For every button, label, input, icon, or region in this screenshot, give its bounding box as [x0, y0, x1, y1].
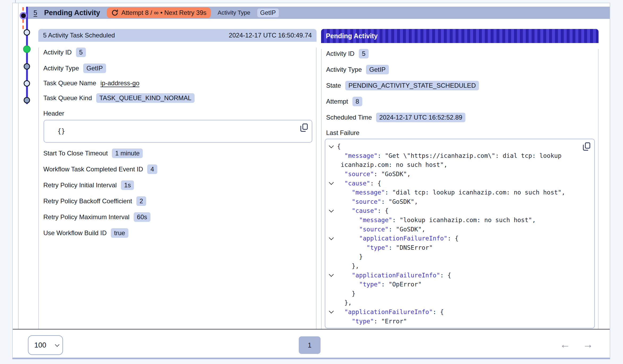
field-label: Activity Type — [326, 66, 362, 73]
copy-button[interactable] — [300, 123, 308, 132]
field-label: Activity Type — [43, 65, 79, 72]
page-1-button[interactable]: 1 — [299, 336, 321, 354]
code-line: { — [325, 142, 594, 151]
code-line: "applicationFailureInfo": { — [325, 270, 594, 280]
chevron-down-icon — [55, 342, 60, 347]
previous-page-arrow-icon[interactable]: ← — [560, 339, 570, 350]
event-id-link[interactable]: 5 — [33, 9, 37, 17]
event-dot-gray — [24, 97, 30, 103]
code-line: }, — [325, 298, 594, 307]
json-lines: { "message": "Get \"https://icanhazip.co… — [325, 142, 594, 326]
header-payload-code: {} — [57, 128, 65, 135]
json-text — [337, 171, 344, 177]
code-gutter — [325, 273, 337, 277]
code-line: "message": "lookup icanhazip.com: no suc… — [325, 215, 594, 225]
json-text: } — [337, 290, 355, 297]
field-value-badge: GetIP — [366, 65, 389, 74]
code-line: } — [325, 289, 594, 298]
collapse-chevron-icon[interactable] — [329, 309, 334, 314]
current-retry-dot — [21, 13, 26, 18]
code-line: "applicationFailureInfo": { — [325, 307, 594, 317]
code-line: "type": "Error" — [325, 316, 594, 326]
field-scheduled-time: Scheduled Time2024-12-17 UTC 16:52:52.89 — [326, 113, 593, 122]
event-detail-body: Activity ID5Activity TypeGetIPTask Queue… — [38, 48, 317, 329]
event-dot-hollow — [24, 29, 30, 36]
field-activity-type: Activity TypeGetIP — [326, 65, 593, 74]
field-label: Workflow Task Completed Event ID — [43, 166, 143, 173]
json-text — [337, 198, 352, 205]
json-text — [337, 217, 359, 223]
field-label: Retry Policy Maximum Interval — [43, 213, 129, 221]
field-value-badge: 2 — [136, 196, 146, 206]
json-text — [337, 272, 352, 279]
collapse-chevron-icon[interactable] — [329, 180, 334, 185]
next-page-arrow-icon[interactable]: → — [583, 339, 593, 350]
field-retry-policy-backoff-coefficient: Retry Policy Backoff Coefficient2 — [43, 196, 312, 206]
field-value-badge: 5 — [359, 49, 369, 58]
copy-button[interactable] — [583, 142, 591, 151]
collapse-chevron-icon[interactable] — [329, 143, 334, 148]
field-label: Activity ID — [326, 50, 355, 57]
collapse-chevron-icon[interactable] — [329, 208, 334, 212]
field-retry-policy-initial-interval: Retry Policy Initial Interval1s — [43, 180, 312, 190]
json-text — [337, 308, 344, 315]
field-value-badge: 1s — [121, 180, 134, 190]
field-use-workflow-build-id: Use Workflow Build IDtrue — [43, 228, 312, 238]
task-queue-link[interactable]: ip-address-go — [100, 79, 140, 87]
json-key: "applicationFailureInfo" — [359, 235, 447, 242]
json-text: : { — [433, 308, 444, 315]
json-text: icanhazip.com: no such host", — [337, 161, 447, 168]
json-text — [337, 318, 352, 325]
json-text: : { — [440, 272, 451, 279]
collapse-chevron-icon[interactable] — [329, 272, 334, 277]
field-label: State — [326, 82, 341, 89]
json-key: "applicationFailureInfo" — [352, 272, 440, 279]
field-value-badge: PENDING_ACTIVITY_STATE_SCHEDULED — [345, 81, 479, 90]
activity-type-badge: GetIP — [257, 9, 279, 17]
json-text: : { — [370, 180, 381, 187]
field-value-badge: 4 — [147, 164, 157, 174]
json-text — [337, 180, 344, 187]
field-label: Retry Policy Backoff Coefficient — [43, 197, 132, 205]
pending-activity-title: Pending Activity — [326, 32, 378, 40]
field-task-queue-name: Task Queue Nameip-address-go — [43, 79, 312, 87]
event-detail-panel-header: 5 Activity Task Scheduled 2024-12-17 UTC… — [38, 29, 317, 42]
code-gutter — [325, 310, 337, 314]
pending-activity-body: Activity ID5Activity TypeGetIPStatePENDI… — [321, 49, 599, 329]
json-text — [337, 152, 344, 159]
json-text — [337, 189, 352, 196]
header-payload-box: {} — [44, 120, 312, 143]
last-failure-json-block[interactable]: { "message": "Get \"https://icanhazip.co… — [325, 139, 595, 328]
field-value-badge: 5 — [76, 48, 86, 57]
field-activity-id: Activity ID5 — [43, 48, 312, 57]
page-size-select[interactable]: 100 — [28, 335, 63, 355]
json-text: : "OpError" — [381, 281, 422, 288]
code-gutter — [325, 237, 337, 240]
event-detail-title: 5 Activity Task Scheduled — [43, 32, 115, 39]
json-text: { — [337, 143, 341, 150]
field-label: Activity ID — [43, 49, 72, 56]
timeline-line — [26, 7, 28, 104]
retry-pending-dashed-line — [22, 7, 24, 31]
activity-type-label: Activity Type — [218, 9, 250, 16]
pending-activity-panel: Pending Activity Activity ID5Activity Ty… — [321, 29, 599, 329]
collapse-chevron-icon[interactable] — [329, 235, 334, 240]
field-activity-type: Activity TypeGetIP — [43, 64, 312, 73]
field-state: StatePENDING_ACTIVITY_STATE_SCHEDULED — [326, 81, 593, 90]
json-text: : "GoSDK", — [381, 198, 418, 205]
field-retry-policy-maximum-interval: Retry Policy Maximum Interval60s — [43, 212, 312, 222]
field-task-queue-kind: Task Queue KindTASK_QUEUE_KIND_NORMAL — [43, 93, 312, 103]
code-line: } — [325, 252, 594, 261]
event-summary-row[interactable]: 5 Pending Activity Attempt 8 / ∞ • Next … — [26, 7, 610, 19]
code-line: "type": "DNSError" — [325, 243, 594, 252]
field-value-badge: 1 minute — [112, 149, 143, 158]
field-activity-id: Activity ID5 — [326, 49, 593, 58]
field-label: Task Queue Kind — [43, 94, 92, 102]
json-text — [337, 244, 367, 251]
page-size-value: 100 — [34, 341, 46, 349]
code-line: "source": "GoSDK", — [325, 197, 594, 206]
event-detail-fields: Activity ID5Activity TypeGetIPTask Queue… — [39, 48, 316, 103]
json-key: "applicationFailureInfo" — [344, 308, 433, 315]
code-gutter — [325, 181, 337, 185]
json-text: }, — [337, 299, 352, 306]
